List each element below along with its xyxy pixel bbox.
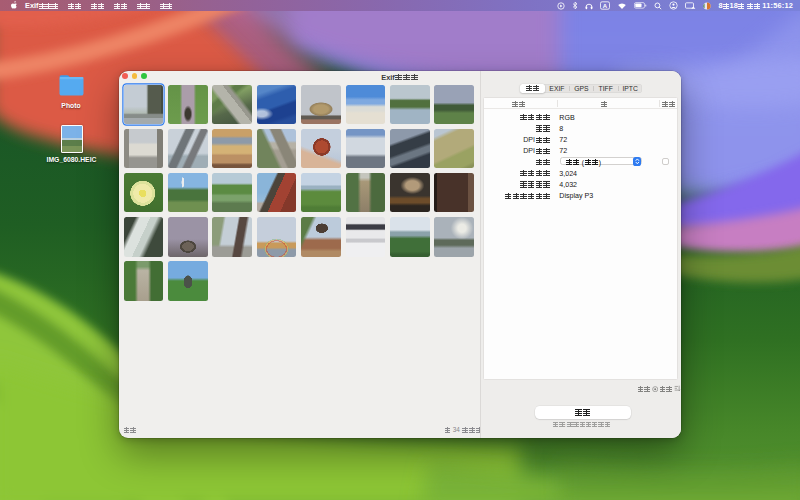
svg-text:A: A bbox=[602, 3, 607, 9]
